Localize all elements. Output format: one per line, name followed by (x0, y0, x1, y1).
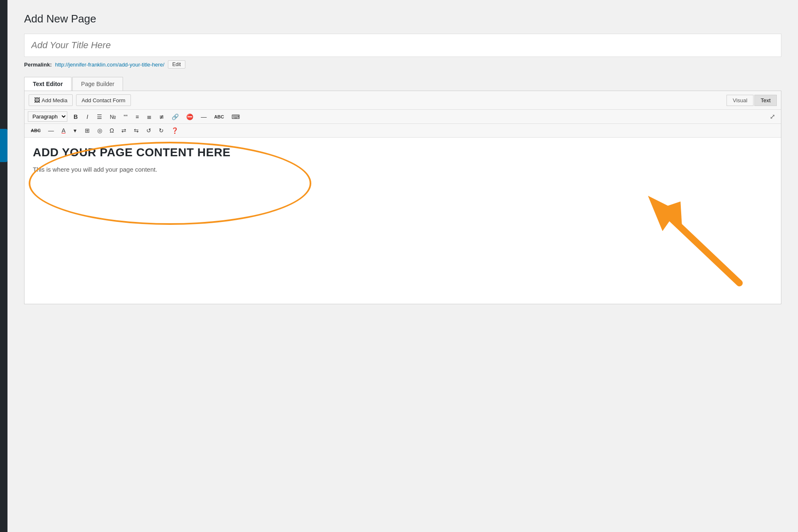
link-button[interactable]: 🔗 (169, 112, 182, 122)
visual-mode-button[interactable]: Visual (727, 95, 754, 106)
add-contact-form-button[interactable]: Add Contact Form (76, 94, 131, 106)
editor-toolbar-top: 🖼 Add Media Add Contact Form Visual Text (25, 91, 781, 110)
title-input-container (24, 34, 781, 57)
page-title: Add New Page (24, 12, 781, 25)
toolbar-left: 🖼 Add Media Add Contact Form (29, 94, 131, 106)
permalink-row: Permalink: http://jennifer-franklin.com/… (24, 60, 781, 69)
special-char-button[interactable]: Ω (107, 126, 117, 135)
strikethrough-button[interactable]: ABC (28, 126, 44, 135)
align-center-button[interactable]: ≣ (144, 112, 155, 122)
keyboard-shortcut-button[interactable]: ⌨ (229, 112, 243, 122)
content-text: This is where you will add your page con… (33, 166, 773, 173)
italic-button[interactable]: I (82, 112, 92, 122)
align-left-button[interactable]: ≡ (132, 112, 142, 122)
permalink-link[interactable]: http://jennifer-franklin.com/add-your-ti… (55, 62, 164, 68)
bold-button[interactable]: B (71, 112, 81, 122)
text-color-dropdown[interactable]: ▾ (70, 126, 80, 135)
text-color-button[interactable]: A (59, 126, 69, 135)
clear-format-button[interactable]: ◎ (94, 126, 105, 135)
blockquote-button[interactable]: ““ (121, 112, 131, 122)
blue-sidebar-tab (0, 129, 7, 162)
media-icon: 🖼 (34, 97, 40, 103)
tab-page-builder[interactable]: Page Builder (72, 77, 123, 91)
title-input[interactable] (25, 34, 781, 57)
horizontal-line-button[interactable]: — (45, 126, 57, 135)
format-toolbar-row1: Paragraph Heading 1 Heading 2 Heading 3 … (25, 110, 781, 124)
content-heading: ADD YOUR PAGE CONTENT HERE (33, 146, 773, 159)
tabs-row: Text Editor Page Builder (24, 77, 781, 91)
help-button[interactable]: ❓ (168, 126, 181, 135)
tab-text-editor[interactable]: Text Editor (24, 77, 71, 91)
arrow-annotation (615, 171, 756, 296)
paste-button[interactable]: ⊞ (82, 126, 93, 135)
unordered-list-button[interactable]: ☰ (94, 112, 105, 122)
expand-toolbar-button[interactable]: ⤢ (767, 111, 778, 122)
permalink-edit-button[interactable]: Edit (168, 60, 186, 69)
add-media-button[interactable]: 🖼 Add Media (29, 94, 73, 106)
indent-button[interactable]: ⇆ (131, 126, 142, 135)
outdent-button[interactable]: ⇄ (118, 126, 129, 135)
paragraph-select[interactable]: Paragraph Heading 1 Heading 2 Heading 3 (28, 111, 67, 122)
svg-line-0 (660, 208, 739, 283)
editor-body[interactable]: ADD YOUR PAGE CONTENT HERE This is where… (25, 138, 781, 304)
align-right-button[interactable]: ≢ (156, 112, 167, 122)
format-toolbar-row2: ABC — A ▾ ⊞ ◎ Ω ⇄ ⇆ ↺ ↻ ❓ (25, 124, 781, 138)
editor-container: 🖼 Add Media Add Contact Form Visual Text… (24, 91, 781, 304)
ordered-list-button[interactable]: № (107, 112, 119, 122)
undo-button[interactable]: ↺ (143, 126, 154, 135)
horizontal-rule-button[interactable]: ― (198, 112, 209, 122)
permalink-label: Permalink: (24, 62, 52, 68)
spell-check-button[interactable]: ABC (211, 113, 227, 121)
unlink-button[interactable]: ⛔ (183, 112, 196, 122)
redo-button[interactable]: ↻ (156, 126, 167, 135)
text-mode-button[interactable]: Text (754, 95, 777, 106)
svg-marker-1 (660, 198, 691, 230)
svg-marker-2 (648, 196, 677, 231)
toolbar-right: Visual Text (727, 95, 777, 106)
